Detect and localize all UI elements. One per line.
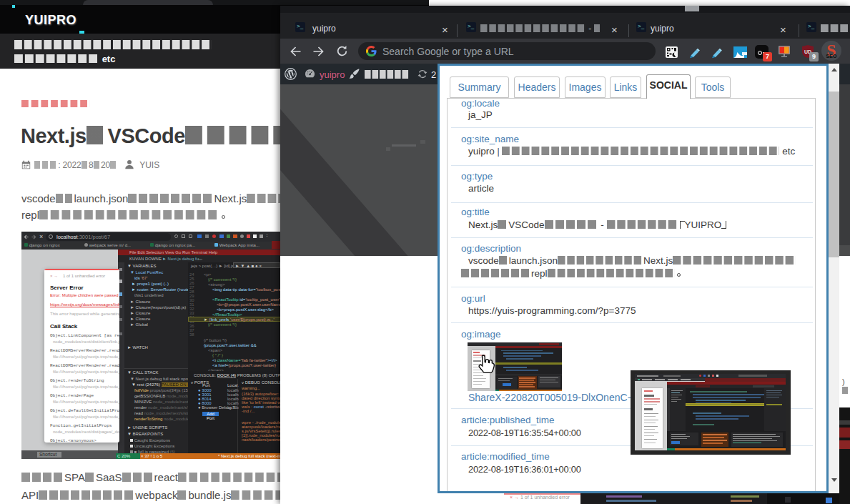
svg-text:SEO: SEO (826, 54, 837, 59)
